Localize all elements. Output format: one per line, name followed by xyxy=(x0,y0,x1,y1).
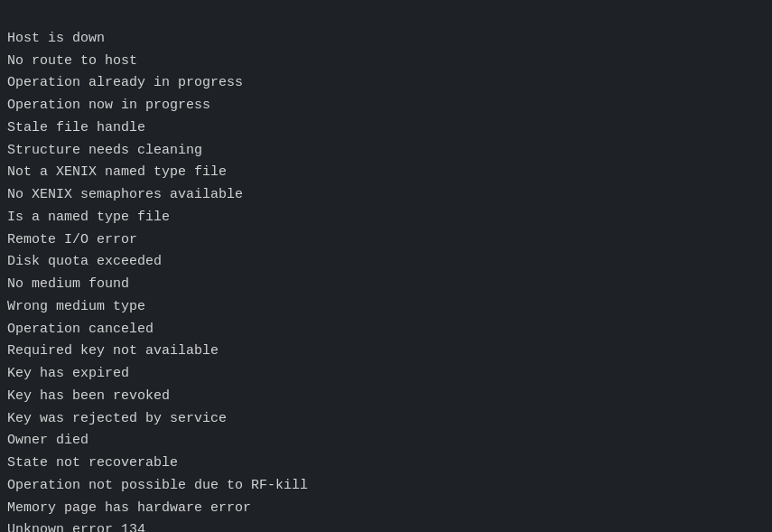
terminal-line: No XENIX semaphores available xyxy=(7,184,765,207)
terminal-line: Operation now in progress xyxy=(7,95,765,117)
terminal-line: No medium found xyxy=(7,274,765,296)
terminal-line: Key was rejected by service xyxy=(7,408,765,431)
terminal-line: No route to host xyxy=(7,51,765,73)
terminal-output: Host is downNo route to hostOperation al… xyxy=(7,5,765,532)
terminal-line: Key has expired xyxy=(7,363,765,386)
terminal-line: Disk quota exceeded xyxy=(7,251,765,274)
terminal-line: Memory page has hardware error xyxy=(7,498,765,520)
terminal-line: Operation already in progress xyxy=(7,72,765,95)
terminal-line: Is a named type file xyxy=(7,207,765,229)
terminal-line: Host is down xyxy=(7,28,765,51)
terminal-line: Required key not available xyxy=(7,341,765,363)
terminal-line: Remote I/O error xyxy=(7,229,765,252)
terminal-line: Owner died xyxy=(7,430,765,453)
terminal-line: Structure needs cleaning xyxy=(7,140,765,163)
terminal-line: Wrong medium type xyxy=(7,296,765,319)
terminal-line: Key has been revoked xyxy=(7,386,765,408)
terminal-line: Not a XENIX named type file xyxy=(7,162,765,184)
terminal-line: Stale file handle xyxy=(7,117,765,140)
terminal-line: State not recoverable xyxy=(7,453,765,475)
terminal-line: Operation not possible due to RF-kill xyxy=(7,475,765,498)
terminal-line: Unknown error 134 xyxy=(7,519,765,532)
terminal-line: Operation canceled xyxy=(7,319,765,341)
